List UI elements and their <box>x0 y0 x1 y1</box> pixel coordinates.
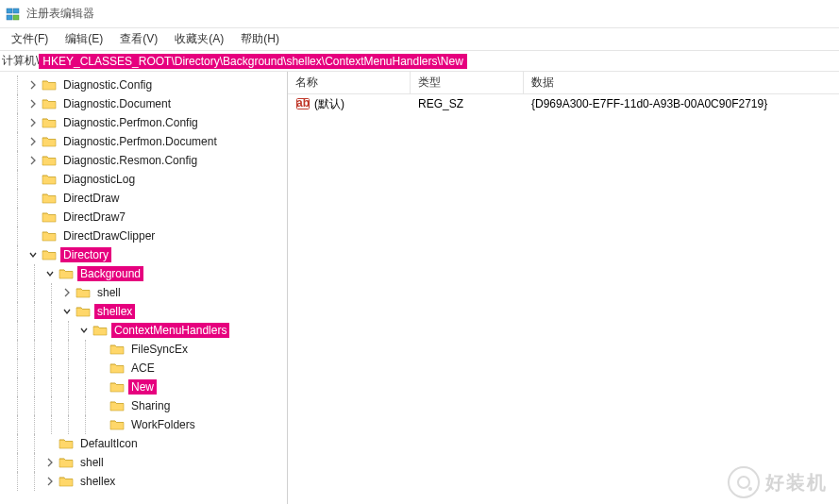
folder-icon <box>92 324 108 337</box>
folder-icon <box>42 229 57 243</box>
tree-item-n4[interactable]: Diagnostic.Resmon.Config <box>0 151 287 170</box>
tree-item-label: Diagnostic.Config <box>60 77 155 92</box>
values-panel[interactable]: 名称 类型 数据 ab (默认) REG_SZ {D969A300-E7FF-1… <box>288 72 839 504</box>
folder-icon <box>59 456 74 469</box>
menu-edit[interactable]: 编辑(E) <box>58 29 110 49</box>
folder-icon <box>42 135 57 148</box>
tree-item-n19[interactable]: DefaultIcon <box>0 434 287 453</box>
value-name: (默认) <box>314 96 344 112</box>
chevron-right-icon[interactable] <box>43 456 57 469</box>
tree-item-n16[interactable]: New <box>0 378 287 396</box>
tree-item-n20[interactable]: shell <box>0 453 287 472</box>
content-area: Diagnostic.ConfigDiagnostic.DocumentDiag… <box>0 72 839 504</box>
folder-icon <box>42 78 57 92</box>
tree-item-n7[interactable]: DirectDraw7 <box>0 208 287 227</box>
chevron-right-icon[interactable] <box>43 475 57 488</box>
folder-icon <box>59 267 74 280</box>
tree-item-n13[interactable]: ContextMenuHandlers <box>0 321 287 340</box>
tree-item-label: DefaultIcon <box>77 436 141 451</box>
string-value-icon: ab <box>295 96 310 111</box>
tree-item-label: DiagnosticLog <box>60 172 138 187</box>
tree-item-n6[interactable]: DirectDraw <box>0 189 287 208</box>
chevron-down-icon[interactable] <box>43 267 57 280</box>
tree-item-label: Sharing <box>128 398 173 413</box>
tree-item-n0[interactable]: Diagnostic.Config <box>0 76 287 94</box>
tree-item-n5[interactable]: DiagnosticLog <box>0 170 287 189</box>
folder-icon <box>42 116 57 129</box>
svg-rect-1 <box>13 8 19 13</box>
menu-file[interactable]: 文件(F) <box>4 29 56 49</box>
folder-icon <box>42 248 57 261</box>
tree-panel[interactable]: Diagnostic.ConfigDiagnostic.DocumentDiag… <box>0 72 288 504</box>
tree-item-n21[interactable]: shellex <box>0 472 287 491</box>
col-header-name[interactable]: 名称 <box>288 72 411 93</box>
svg-rect-2 <box>7 15 12 20</box>
tree-item-label: DirectDraw7 <box>60 210 128 225</box>
folder-icon <box>109 380 125 394</box>
folder-icon <box>76 305 91 318</box>
folder-icon <box>59 437 74 450</box>
menu-view[interactable]: 查看(V) <box>112 29 165 49</box>
regedit-app-icon <box>6 7 21 22</box>
chevron-right-icon[interactable] <box>60 286 74 299</box>
tree-item-n15[interactable]: ACE <box>0 359 287 378</box>
tree-item-label: Background <box>77 266 143 281</box>
tree-item-n14[interactable]: FileSyncEx <box>0 340 287 359</box>
tree-item-label: DirectDraw <box>60 191 122 206</box>
tree-item-n9[interactable]: Directory <box>0 245 287 264</box>
tree-item-n3[interactable]: Diagnostic.Perfmon.Document <box>0 132 287 151</box>
tree-item-label: shell <box>94 285 124 300</box>
chevron-down-icon[interactable] <box>77 324 91 337</box>
tree-item-label: FileSyncEx <box>128 342 191 357</box>
value-data: {D969A300-E7FF-11d0-A93B-00A0C90F2719} <box>524 97 839 110</box>
address-bar[interactable]: 计算机\ HKEY_CLASSES_ROOT\Directory\Backgro… <box>0 51 839 72</box>
tree-item-label: shellex <box>77 474 118 489</box>
tree-item-label: shellex <box>94 304 135 319</box>
svg-rect-3 <box>13 15 19 20</box>
tree-item-label: DirectDrawClipper <box>60 228 158 244</box>
tree-item-n10[interactable]: Background <box>0 264 287 283</box>
svg-rect-0 <box>7 8 12 13</box>
tree-item-label: shell <box>77 455 107 470</box>
chevron-right-icon[interactable] <box>26 116 40 129</box>
tree-item-n18[interactable]: WorkFolders <box>0 415 287 434</box>
tree-item-label: Directory <box>60 247 111 262</box>
tree-item-label: Diagnostic.Perfmon.Config <box>60 115 201 130</box>
tree-item-n8[interactable]: DirectDrawClipper <box>0 227 287 245</box>
menu-help[interactable]: 帮助(H) <box>233 29 287 49</box>
address-prefix: 计算机\ <box>2 53 39 69</box>
tree-item-n11[interactable]: shell <box>0 283 287 302</box>
chevron-right-icon[interactable] <box>26 135 40 148</box>
folder-icon <box>109 343 125 356</box>
chevron-right-icon[interactable] <box>26 154 40 167</box>
chevron-down-icon[interactable] <box>60 305 74 318</box>
folder-icon <box>42 192 57 205</box>
folder-icon <box>109 418 125 431</box>
folder-icon <box>42 173 57 186</box>
menu-bar: 文件(F) 编辑(E) 查看(V) 收藏夹(A) 帮助(H) <box>0 28 839 51</box>
col-header-type[interactable]: 类型 <box>411 72 524 93</box>
value-row[interactable]: ab (默认) REG_SZ {D969A300-E7FF-11d0-A93B-… <box>288 94 839 113</box>
tree-item-label: WorkFolders <box>128 417 198 432</box>
menu-favorites[interactable]: 收藏夹(A) <box>167 29 231 49</box>
tree-item-n17[interactable]: Sharing <box>0 396 287 415</box>
folder-icon <box>109 399 125 412</box>
folder-icon <box>42 154 57 167</box>
tree-item-label: ContextMenuHandlers <box>111 323 229 338</box>
tree-item-n12[interactable]: shellex <box>0 302 287 321</box>
svg-text:ab: ab <box>296 96 310 109</box>
window-title: 注册表编辑器 <box>26 6 94 22</box>
folder-icon <box>42 210 57 224</box>
tree-item-n2[interactable]: Diagnostic.Perfmon.Config <box>0 113 287 132</box>
chevron-right-icon[interactable] <box>26 78 40 92</box>
title-bar: 注册表编辑器 <box>0 0 839 28</box>
folder-icon <box>76 286 91 299</box>
chevron-down-icon[interactable] <box>26 248 40 261</box>
col-header-data[interactable]: 数据 <box>524 72 839 93</box>
folder-icon <box>109 361 125 375</box>
chevron-right-icon[interactable] <box>26 97 40 110</box>
tree-item-label: ACE <box>128 361 158 376</box>
value-type: REG_SZ <box>411 97 524 110</box>
tree-item-n1[interactable]: Diagnostic.Document <box>0 94 287 113</box>
tree-item-label: New <box>128 379 157 395</box>
